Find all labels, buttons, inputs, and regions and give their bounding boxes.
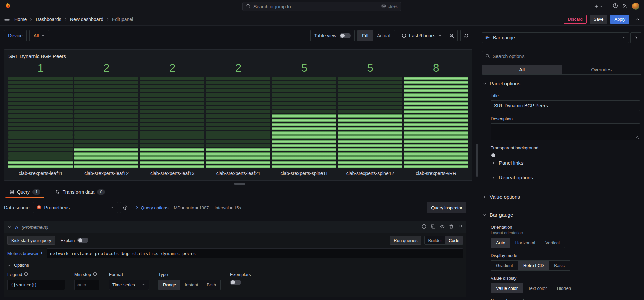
bar-gauge-options-header[interactable]: Bar gauge	[482, 208, 641, 221]
datasource-help-button[interactable]	[120, 202, 130, 213]
lcd-cell	[338, 77, 402, 80]
duplicate-query-button[interactable]	[431, 224, 436, 230]
type-range-option[interactable]: Range	[159, 280, 180, 290]
query-expression-input[interactable]	[47, 248, 463, 258]
panel-title-input[interactable]	[491, 100, 640, 111]
display-retro-lcd-option[interactable]: Retro LCD	[518, 261, 549, 270]
breadcrumb-dashboards[interactable]: Dashboards	[36, 17, 61, 22]
hidden-option[interactable]: Hidden	[552, 283, 576, 293]
orientation-auto-option[interactable]: Auto	[491, 238, 510, 248]
description-textarea[interactable]	[491, 123, 640, 140]
display-gradient-option[interactable]: Gradient	[491, 261, 518, 270]
refresh-button[interactable]	[460, 30, 472, 41]
builder-option[interactable]: Builder	[425, 236, 445, 244]
options-search-input[interactable]	[493, 53, 638, 59]
panel-options-sidebar: Bar gauge All Overrides Panel options Ti…	[479, 26, 644, 300]
lcd-cell-lit	[404, 152, 468, 156]
gauge-label: clab-srexperts-leaf11	[8, 170, 73, 177]
min-step-input[interactable]	[74, 280, 99, 290]
value-color-option[interactable]: Value color	[491, 283, 523, 293]
query-options-toggle[interactable]: Query options	[135, 205, 168, 210]
lcd-cell	[140, 93, 204, 97]
drag-handle-icon[interactable]	[458, 224, 463, 230]
tab-query[interactable]: Query 1	[5, 188, 44, 198]
collapse-header-button[interactable]	[635, 17, 640, 22]
lcd-cell-lit	[74, 156, 139, 160]
tab-transform-data[interactable]: Transform data 0	[51, 188, 109, 198]
lcd-cell	[206, 77, 270, 80]
lcd-cell	[206, 110, 270, 114]
format-select[interactable]: Time series	[109, 280, 149, 290]
apply-button[interactable]: Apply	[610, 15, 629, 24]
lcd-cell	[8, 131, 73, 135]
table-view-toggle[interactable]	[340, 33, 351, 38]
info-icon[interactable]	[24, 272, 28, 277]
shortcut-label: ctrl+k	[388, 4, 398, 9]
help-button[interactable]	[613, 3, 618, 9]
lcd-cell	[338, 98, 402, 101]
breadcrumb-new-dashboard[interactable]: New dashboard	[70, 17, 103, 22]
gauge-label: clab-srexperts-leaf12	[74, 170, 139, 177]
query-inspector-button[interactable]: Query inspector	[427, 202, 466, 213]
info-icon[interactable]	[93, 272, 97, 277]
actual-option[interactable]: Actual	[373, 30, 395, 41]
panel-title[interactable]: SRL Dynamic BGP Peers	[8, 52, 468, 60]
global-search-input[interactable]: Search or jump to... ctrl+k	[242, 2, 401, 11]
variable-value-picker[interactable]: All	[29, 30, 49, 41]
remove-query-button[interactable]	[449, 224, 454, 230]
save-button[interactable]: Save	[590, 15, 608, 24]
text-color-option[interactable]: Text color	[523, 283, 552, 293]
legend-input[interactable]	[7, 280, 65, 290]
lcd-cell-lit	[272, 165, 336, 168]
exemplars-toggle[interactable]	[230, 280, 241, 285]
grafana-logo[interactable]	[5, 2, 12, 10]
variable-label-device[interactable]: Device	[4, 30, 27, 41]
display-basic-option[interactable]: Basic	[549, 261, 570, 270]
chevron-down-icon	[7, 263, 12, 267]
lcd-cell-lit	[338, 148, 402, 151]
panel-links-toggle[interactable]: Panel links	[491, 155, 640, 170]
lcd-cell	[206, 123, 270, 126]
lcd-cell	[74, 140, 139, 143]
kick-start-button[interactable]: Kick start your query	[7, 236, 55, 245]
value-display-group: Value color Text color Hidden	[491, 283, 576, 293]
type-both-option[interactable]: Both	[202, 280, 220, 290]
value-options-header[interactable]: Value options	[482, 190, 641, 203]
database-icon	[9, 190, 14, 194]
fill-option[interactable]: Fill	[358, 30, 373, 41]
query-help-icon[interactable]	[422, 224, 426, 230]
run-queries-button[interactable]: Run queries	[390, 236, 421, 245]
mega-menu-button[interactable]	[4, 16, 10, 22]
lcd-cell-lit	[272, 156, 336, 160]
discard-button[interactable]: Discard	[564, 15, 587, 24]
lcd-cell	[140, 135, 204, 139]
tab-all[interactable]: All	[482, 65, 562, 74]
time-range-button[interactable]: Last 6 hours	[398, 30, 446, 41]
orientation-vertical-option[interactable]: Vertical	[540, 238, 565, 248]
orientation-horizontal-option[interactable]: Horizontal	[510, 238, 540, 248]
zoom-out-button[interactable]	[446, 30, 457, 41]
datasource-picker[interactable]: Prometheus	[33, 202, 118, 213]
repeat-options-toggle[interactable]: Repeat options	[491, 170, 640, 185]
news-button[interactable]	[622, 3, 628, 9]
code-option[interactable]: Code	[445, 236, 463, 244]
disable-query-button[interactable]	[440, 224, 445, 230]
explain-toggle[interactable]	[77, 238, 88, 243]
options-toggle[interactable]: Options	[7, 263, 463, 268]
panel-options-header[interactable]: Panel options	[482, 77, 641, 90]
main-scrollbar[interactable]	[476, 144, 478, 177]
lcd-cell-lit	[206, 148, 270, 151]
lcd-cell	[206, 89, 270, 92]
type-group: Range Instant Both	[158, 280, 221, 290]
query-count-badge: 1	[32, 189, 40, 195]
breadcrumb-home[interactable]: Home	[14, 17, 27, 22]
lcd-cell-lit	[404, 144, 468, 147]
visualization-picker[interactable]: Bar gauge	[482, 32, 629, 43]
new-menu-button[interactable]	[594, 4, 603, 9]
avatar[interactable]	[632, 3, 639, 10]
type-instant-option[interactable]: Instant	[180, 280, 202, 290]
collapse-sidebar-button[interactable]	[630, 32, 641, 43]
tab-overrides[interactable]: Overrides	[562, 65, 641, 74]
metrics-browser-link[interactable]: Metrics browser	[7, 251, 47, 256]
query-row-header[interactable]: A (Prometheus)	[4, 221, 466, 233]
